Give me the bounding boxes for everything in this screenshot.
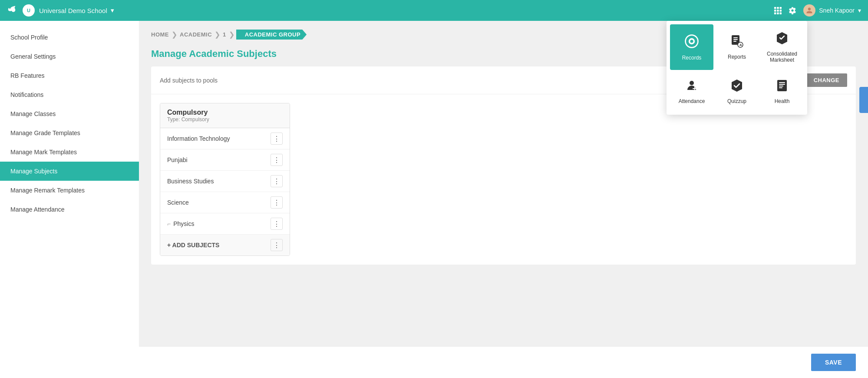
user-dropdown-icon: ▾ xyxy=(858,7,861,14)
sidebar-item-general-settings[interactable]: General Settings xyxy=(0,47,139,66)
svg-rect-22 xyxy=(779,82,785,83)
app-label-records: Records xyxy=(682,55,702,61)
school-logo: U xyxy=(23,4,35,17)
app-item-quizzup[interactable]: Quizzup xyxy=(715,72,759,111)
app-item-records[interactable]: Records xyxy=(670,24,713,70)
breadcrumb-sep-3: ❯ xyxy=(229,30,234,39)
app-label-reports: Reports xyxy=(728,54,746,60)
sidebar-item-manage-grade-templates[interactable]: Manage Grade Templates xyxy=(0,123,139,143)
school-name[interactable]: Universal Demo School ▾ xyxy=(39,7,114,14)
sidebar-item-manage-remark-templates[interactable]: Manage Remark Templates xyxy=(0,181,139,200)
breadcrumb-sep-1: ❯ xyxy=(172,30,177,39)
pool-card: Compulsory Type: Compulsory Information … xyxy=(160,103,290,256)
grid-button[interactable] xyxy=(774,7,782,14)
attendance-icon xyxy=(685,79,699,95)
subject-indent-icon: ⌐ xyxy=(167,220,171,227)
app-label-health: Health xyxy=(775,98,790,104)
school-name-text: Universal Demo School xyxy=(39,7,107,14)
svg-point-18 xyxy=(690,81,694,85)
svg-rect-17 xyxy=(733,41,736,42)
subject-dots-btn-3[interactable]: ⋮ xyxy=(271,196,283,209)
health-icon xyxy=(775,79,789,95)
quizzup-icon xyxy=(730,79,744,95)
reports-icon: A xyxy=(730,34,744,50)
svg-rect-16 xyxy=(733,39,738,40)
sidebar-item-manage-attendance[interactable]: Manage Attendance xyxy=(0,200,139,219)
app-item-reports[interactable]: A Reports xyxy=(715,24,759,70)
svg-rect-0 xyxy=(774,7,776,9)
svg-rect-24 xyxy=(779,86,783,86)
subject-name: Information Technology xyxy=(167,135,230,142)
svg-rect-2 xyxy=(780,7,782,9)
svg-rect-8 xyxy=(780,13,782,15)
subject-name: Punjabi xyxy=(167,156,188,163)
pool-dots-btn[interactable]: ⋮ xyxy=(271,239,283,251)
subject-dots-btn-0[interactable]: ⋮ xyxy=(271,133,283,145)
svg-point-11 xyxy=(690,40,693,43)
add-subjects-hint: Add subjects to pools xyxy=(160,77,218,84)
sidebar-item-rb-features[interactable]: RB Features xyxy=(0,66,139,85)
svg-rect-20 xyxy=(693,88,697,89)
save-button[interactable]: SAVE xyxy=(811,354,856,371)
subject-row: Science ⋮ xyxy=(160,192,290,213)
subject-dots-btn-2[interactable]: ⋮ xyxy=(271,175,283,187)
navbar: U Universal Demo School ▾ xyxy=(0,0,868,21)
svg-text:A: A xyxy=(739,43,742,47)
sidebar: School Profile General Settings RB Featu… xyxy=(0,21,139,378)
svg-rect-15 xyxy=(733,37,738,38)
subject-name: Science xyxy=(167,199,189,206)
subject-row: Business Studies ⋮ xyxy=(160,171,290,192)
add-subjects-button[interactable]: + ADD SUBJECTS xyxy=(167,242,219,249)
avatar xyxy=(803,4,815,17)
school-dropdown-icon: ▾ xyxy=(111,7,114,14)
breadcrumb-academic[interactable]: ACADEMIC xyxy=(180,31,212,38)
app-item-consolidated-marksheet[interactable]: Consolidated Marksheet xyxy=(760,24,804,70)
side-blue-indicator xyxy=(859,87,868,113)
apps-popup: Records A Reports Consolidated Marksheet xyxy=(667,21,807,115)
breadcrumb-number[interactable]: 1 xyxy=(223,31,226,38)
svg-rect-25 xyxy=(779,87,782,88)
app-label-quizzup: Quizzup xyxy=(727,98,746,104)
pool-card-header: Compulsory Type: Compulsory xyxy=(160,103,290,128)
breadcrumb-sep-2: ❯ xyxy=(215,30,220,39)
app-item-attendance[interactable]: Attendance xyxy=(670,72,713,111)
pool-name: Compulsory xyxy=(167,109,283,116)
svg-rect-3 xyxy=(774,10,776,12)
subject-dots-btn-1[interactable]: ⋮ xyxy=(271,154,283,166)
svg-rect-7 xyxy=(777,13,779,15)
subject-name: ⌐ Physics xyxy=(167,220,194,227)
settings-button[interactable] xyxy=(789,7,796,14)
svg-rect-23 xyxy=(779,84,785,85)
subject-name: Business Studies xyxy=(167,178,214,185)
navbar-left: U Universal Demo School ▾ xyxy=(7,4,114,17)
sidebar-item-school-profile[interactable]: School Profile xyxy=(0,28,139,47)
sidebar-item-notifications[interactable]: Notifications xyxy=(0,85,139,104)
breadcrumb-home[interactable]: HOME xyxy=(151,31,169,38)
records-icon xyxy=(684,33,700,51)
sidebar-item-manage-classes[interactable]: Manage Classes xyxy=(0,104,139,123)
pool-type: Type: Compulsory xyxy=(167,116,283,123)
app-item-health[interactable]: Health xyxy=(760,72,804,111)
subject-dots-btn-4[interactable]: ⋮ xyxy=(271,218,283,230)
breadcrumb-academic-group[interactable]: ACADEMIC GROUP xyxy=(236,30,307,40)
svg-rect-5 xyxy=(780,10,782,12)
change-button[interactable]: CHANGE xyxy=(806,73,847,87)
svg-rect-6 xyxy=(774,13,776,15)
app-label-consolidated-marksheet: Consolidated Marksheet xyxy=(764,51,800,63)
svg-rect-1 xyxy=(777,7,779,9)
sidebar-item-manage-mark-templates[interactable]: Manage Mark Templates xyxy=(0,143,139,162)
app-label-attendance: Attendance xyxy=(679,98,705,104)
consolidated-marksheet-icon xyxy=(775,31,789,47)
navbar-right: Sneh Kapoor ▾ xyxy=(774,4,861,17)
subject-row: Punjabi ⋮ xyxy=(160,149,290,171)
subject-row: ⌐ Physics ⋮ xyxy=(160,213,290,235)
bird-icon xyxy=(7,5,17,17)
subject-row: Information Technology ⋮ xyxy=(160,128,290,149)
user-name: Sneh Kapoor xyxy=(819,7,855,14)
sidebar-item-manage-subjects[interactable]: Manage Subjects xyxy=(0,162,139,181)
add-subjects-row: + ADD SUBJECTS ⋮ xyxy=(160,235,290,255)
footer-bar: SAVE xyxy=(139,346,868,378)
user-menu[interactable]: Sneh Kapoor ▾ xyxy=(803,4,861,17)
svg-rect-4 xyxy=(777,10,779,12)
